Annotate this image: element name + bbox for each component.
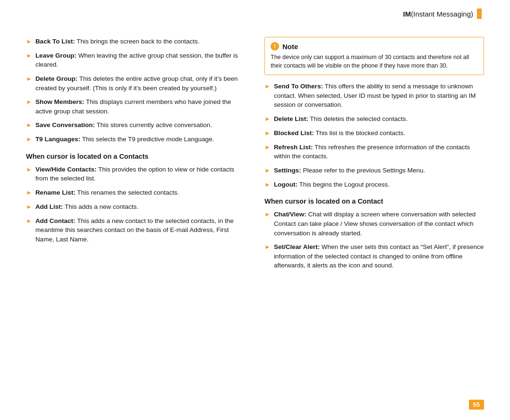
bullet-label: Show Members: <box>35 98 85 105</box>
bullet-item-back-to-list: ► Back To List: This brings the screen b… <box>26 37 246 46</box>
bullet-arrow: ► <box>26 217 32 226</box>
header: IM(Instant Messaging) <box>0 0 510 24</box>
bullet-label: Send To Others: <box>274 83 323 90</box>
bullet-arrow: ► <box>26 75 32 84</box>
bullet-arrow: ► <box>26 121 32 130</box>
left-bullets-top: ► Back To List: This brings the screen b… <box>26 37 246 144</box>
bullet-label: Back To List: <box>35 38 75 45</box>
bullet-text-blocked-list: Blocked List: This list is the blocked c… <box>274 129 484 138</box>
bullet-text-view-hide-contacts: View/Hide Contacts: This provides the op… <box>35 165 246 183</box>
bullet-arrow: ► <box>264 82 271 91</box>
bullet-item-refresh-list: ► Refresh List: This refreshes the prese… <box>264 143 484 161</box>
left-bullets-contacts: ► View/Hide Contacts: This provides the … <box>26 165 246 244</box>
header-title: IM(Instant Messaging) <box>403 10 473 18</box>
bullet-text-show-members: Show Members: This displays current memb… <box>35 97 246 116</box>
header-accent-bar <box>477 9 482 19</box>
bullet-arrow: ► <box>264 210 271 219</box>
bullet-item-show-members: ► Show Members: This displays current me… <box>26 97 246 116</box>
bullet-item-add-contact: ► Add Contact: This adds a new contact t… <box>26 216 246 244</box>
bullet-arrow: ► <box>26 189 32 197</box>
bullet-arrow: ► <box>26 203 32 212</box>
bullet-label: Blocked List: <box>274 129 314 137</box>
bullet-item-leave-group: ► Leave Group: When leaving the active g… <box>26 51 246 69</box>
bullet-label: Add Contact: <box>35 217 76 224</box>
bullet-text-delete-group: Delete Group: This deletes the entire ac… <box>35 74 246 93</box>
note-title-text: Note <box>282 43 298 51</box>
bullet-text-set-clear-alert: Set/Clear Alert: When the user sets this… <box>274 242 484 270</box>
bullet-arrow: ► <box>264 166 271 175</box>
bullet-arrow: ► <box>264 180 271 189</box>
right-bullets-contact: ► Chat/View: Chat will display a screen … <box>264 210 484 270</box>
page: IM(Instant Messaging) ► Back To List: Th… <box>0 0 510 420</box>
bullet-item-view-hide-contacts: ► View/Hide Contacts: This provides the … <box>26 165 246 183</box>
bullet-arrow: ► <box>26 51 32 60</box>
bullet-item-delete-list: ► Delete List: This deletes the selected… <box>264 114 484 124</box>
bullet-item-chat-view: ► Chat/View: Chat will display a screen … <box>264 210 484 238</box>
header-title-rest: (Instant Messaging) <box>411 10 473 18</box>
bullet-text-delete-list: Delete List: This deletes the selected c… <box>274 114 484 124</box>
bullet-text-t9-languages: T9 Languages: This selects the T9 predic… <box>35 135 246 144</box>
bullet-label: Add List: <box>35 203 63 210</box>
bullet-text-send-to-others: Send To Others: This offers the ability … <box>274 82 484 110</box>
bullet-text-leave-group: Leave Group: When leaving the active gro… <box>35 51 246 69</box>
bullet-text-add-list: Add List: This adds a new contacts. <box>35 202 246 212</box>
note-box: ! Note The device only can support a max… <box>264 37 484 75</box>
bullet-label: Leave Group: <box>35 52 76 59</box>
bullet-text-save-conversation: Save Conversation: This stores currently… <box>35 120 246 130</box>
bullet-label: Delete Group: <box>35 75 77 82</box>
bullet-item-add-list: ► Add List: This adds a new contacts. <box>26 202 246 212</box>
bullet-label: Refresh List: <box>274 144 313 151</box>
bullet-arrow: ► <box>26 98 32 107</box>
bullet-label: Set/Clear Alert: <box>274 243 320 250</box>
bullet-item-delete-group: ► Delete Group: This deletes the entire … <box>26 74 246 93</box>
note-body: The device only can support a maximum of… <box>271 53 478 70</box>
left-column: ► Back To List: This brings the screen b… <box>26 37 246 275</box>
bullet-text-add-contact: Add Contact: This adds a new contact to … <box>35 216 246 244</box>
page-number: 55 <box>469 400 484 410</box>
bullet-label: Chat/View: <box>274 211 306 218</box>
note-title: ! Note <box>271 42 478 51</box>
bullet-arrow: ► <box>26 37 32 46</box>
bullet-text-settings: Settings: Please refer to the previous S… <box>274 166 484 175</box>
bullet-arrow: ► <box>264 143 271 152</box>
bullet-label: Settings: <box>274 167 301 174</box>
bullet-item-save-conversation: ► Save Conversation: This stores current… <box>26 120 246 130</box>
bullet-item-rename-list: ► Rename List: This renames the selected… <box>26 188 246 197</box>
section-contact-heading: When cursor is located on a Contact <box>264 197 484 205</box>
bullet-text-chat-view: Chat/View: Chat will display a screen wh… <box>274 210 484 238</box>
bullet-item-logout: ► Logout: This begins the Logout process… <box>264 180 484 189</box>
bullet-text-back-to-list: Back To List: This brings the screen bac… <box>35 37 246 46</box>
bullet-item-settings: ► Settings: Please refer to the previous… <box>264 166 484 175</box>
bullet-label: Save Conversation: <box>35 121 95 129</box>
right-column: ! Note The device only can support a max… <box>264 37 484 275</box>
bullet-label: Rename List: <box>35 189 76 196</box>
bullet-arrow: ► <box>264 243 271 252</box>
bullet-text-rename-list: Rename List: This renames the selected c… <box>35 188 246 197</box>
bullet-text-refresh-list: Refresh List: This refreshes the presenc… <box>274 143 484 161</box>
bullet-arrow: ► <box>26 165 32 174</box>
bullet-item-blocked-list: ► Blocked List: This list is the blocked… <box>264 129 484 138</box>
bullet-text-logout: Logout: This begins the Logout process. <box>274 180 484 189</box>
note-icon: ! <box>271 42 279 51</box>
section-contacts-heading: When cursor is located on a Contacts <box>26 153 246 160</box>
bullet-label: T9 Languages: <box>35 136 80 143</box>
bullet-label: Delete List: <box>274 115 308 122</box>
bullet-label: Logout: <box>274 181 298 188</box>
bullet-label: View/Hide Contacts: <box>35 166 97 173</box>
header-title-bold: IM <box>403 10 411 18</box>
bullet-item-t9-languages: ► T9 Languages: This selects the T9 pred… <box>26 135 246 144</box>
bullet-item-send-to-others: ► Send To Others: This offers the abilit… <box>264 82 484 110</box>
right-bullets-top: ► Send To Others: This offers the abilit… <box>264 82 484 189</box>
main-content: ► Back To List: This brings the screen b… <box>0 24 510 288</box>
bullet-arrow: ► <box>26 135 32 144</box>
bullet-arrow: ► <box>264 129 271 138</box>
bullet-arrow: ► <box>264 115 271 124</box>
bullet-item-set-clear-alert: ► Set/Clear Alert: When the user sets th… <box>264 242 484 270</box>
